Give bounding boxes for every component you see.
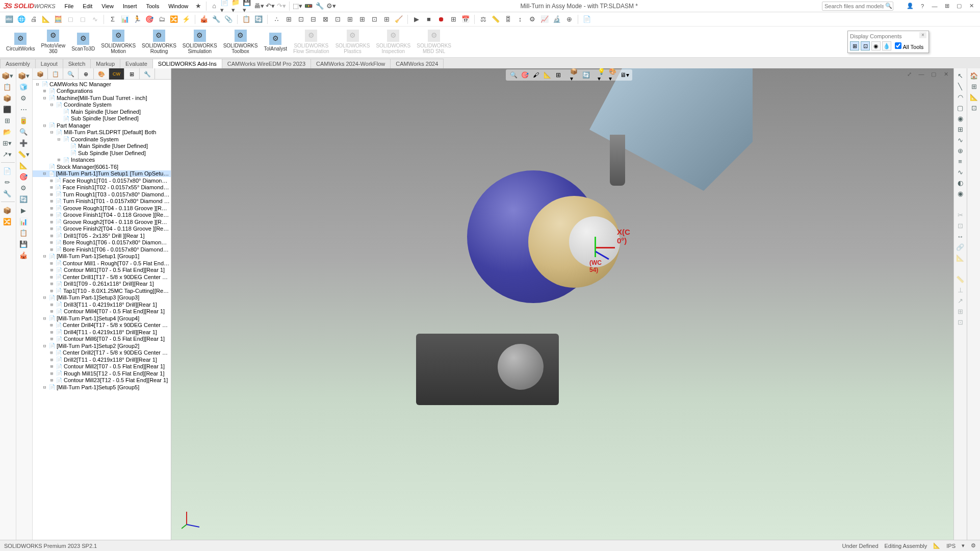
search-input[interactable]: [822, 2, 893, 11]
tool-icon[interactable]: 📎: [223, 14, 234, 24]
tool-icon[interactable]: ⊟: [308, 14, 318, 24]
tool-icon[interactable]: 🔧: [1, 188, 13, 198]
tool-icon[interactable]: ⊕: [564, 14, 574, 24]
tool-icon[interactable]: 🔧: [211, 14, 221, 24]
new-icon[interactable]: 📄▾: [220, 1, 230, 11]
status-icon[interactable]: 📐: [933, 542, 940, 549]
menu-insert[interactable]: Insert: [119, 2, 141, 11]
tree-node[interactable]: ⊞📄Tap1[T10 - 8.0X1.25MC Tap-Cutting][Rea…: [33, 287, 171, 294]
tree-node[interactable]: ⊞📄Center Drill1[T17 - 5/8 x 90DEG Center…: [33, 273, 171, 281]
tool-icon[interactable]: 🌐: [16, 14, 27, 24]
select-icon[interactable]: ⬚▾: [292, 1, 302, 11]
menu-file[interactable]: File: [61, 2, 78, 11]
doc-expand-icon[interactable]: ⤢: [904, 69, 915, 79]
tool-icon[interactable]: ⚖: [478, 14, 488, 24]
flag-icon[interactable]: 🚥: [303, 1, 314, 11]
tool-icon[interactable]: 📐: [955, 253, 966, 263]
menu-view[interactable]: View: [97, 2, 118, 11]
pin-icon[interactable]: ★: [193, 1, 203, 11]
tree-node[interactable]: ⊞📄Face Finish1[T02 - 0.0157x55° Diamond …: [33, 184, 171, 191]
tab-solidworks-add-ins[interactable]: SOLIDWORKS Add-Ins: [152, 59, 222, 68]
tool-icon[interactable]: ∿: [955, 167, 966, 177]
tree-node[interactable]: ⊞📄Groove Finish2[T04 - 0.118 Groove ][Re…: [33, 226, 171, 233]
vp-tool[interactable]: 📐: [543, 70, 552, 80]
tool-icon[interactable]: 🎪: [17, 250, 30, 260]
tool-icon[interactable]: ⊡: [955, 220, 966, 231]
tool-icon[interactable]: ◻: [78, 14, 88, 24]
tool-icon[interactable]: ⚙: [17, 93, 30, 103]
options-icon[interactable]: ⚙▾: [326, 1, 336, 11]
record-icon[interactable]: ⏺: [436, 14, 446, 24]
tool-icon[interactable]: 🔀: [1, 216, 13, 227]
tool-icon[interactable]: ⛬: [271, 14, 281, 24]
vp-tool[interactable]: 💡▾: [598, 70, 607, 80]
tool-icon[interactable]: 📐: [17, 160, 30, 170]
tree-node[interactable]: ⊟📄[Mill-Turn Part-1]Setup5 [Group5]: [33, 384, 171, 391]
tree-node[interactable]: ⊞📄Configurations: [33, 88, 171, 95]
tree-tab[interactable]: CW: [109, 68, 124, 80]
tool-icon[interactable]: 📦▾: [17, 70, 30, 81]
tree-tab[interactable]: 🔍: [63, 68, 79, 80]
tree-node[interactable]: ⊟📄[Mill-Turn Part-1]Setup2 [Group2]: [33, 342, 171, 349]
tree-node[interactable]: ⊞📄Bore Finish1[T06 - 0.0157x80° Diamond …: [33, 246, 171, 253]
ribbon-circuitworks[interactable]: ⚙CircuitWorks: [4, 32, 37, 53]
tool-icon[interactable]: 🔗: [955, 242, 966, 252]
tool-icon[interactable]: ✏: [1, 177, 13, 187]
tool-icon[interactable]: 📐: [968, 92, 980, 102]
tool-icon[interactable]: ⊞: [357, 14, 367, 24]
tab-camworks-2024-workflow[interactable]: CAMWorks 2024-WorkFlow: [311, 59, 391, 68]
tool-icon[interactable]: 📋: [1, 82, 13, 92]
tool-icon[interactable]: 🎛: [503, 14, 513, 24]
home-icon[interactable]: 🏠: [968, 70, 980, 81]
menu-window[interactable]: Window: [164, 2, 192, 11]
arc-icon[interactable]: ◠: [955, 92, 966, 102]
tool-icon[interactable]: 🖨: [29, 14, 39, 24]
tool-icon[interactable]: 🔬: [552, 14, 562, 24]
tool-icon[interactable]: ∿: [955, 135, 966, 145]
tool-icon[interactable]: ⊞: [283, 14, 294, 24]
tree-node[interactable]: ⊞📄Contour Mill23[T12 - 0.5 Flat End][Rea…: [33, 377, 171, 384]
tab-assembly[interactable]: Assembly: [0, 59, 36, 68]
tree-node[interactable]: ⊟📄Coordinate System: [33, 136, 171, 143]
tool-icon[interactable]: ⬛: [1, 104, 13, 114]
tool-icon[interactable]: 📏: [491, 14, 501, 24]
tool-icon[interactable]: 📏▾: [17, 149, 30, 159]
eraser-icon[interactable]: 🧹: [394, 14, 404, 24]
tool-icon[interactable]: ⊞: [968, 81, 980, 91]
tool-icon[interactable]: ✂: [955, 210, 966, 220]
print-icon[interactable]: 🖶▾: [254, 1, 264, 11]
maximize-icon[interactable]: ▢: [953, 2, 965, 11]
tool-icon[interactable]: 🥫: [17, 115, 30, 126]
tool-icon[interactable]: ⊡: [955, 317, 966, 327]
tool-icon[interactable]: 📊: [17, 216, 30, 227]
user-icon[interactable]: 👤: [905, 2, 916, 11]
undo-icon[interactable]: ↶▾: [265, 1, 275, 11]
vp-tool[interactable]: 🖥▾: [620, 70, 629, 80]
ribbon-photoview-360[interactable]: ⚙PhotoView360: [39, 29, 67, 55]
tree-node[interactable]: ⊞📄Drill1[T05 - 2x135° Drill ][Rear 1]: [33, 232, 171, 239]
tree-node[interactable]: ⊞📄Turn Finish1[T01 - 0.0157x80° Diamond …: [33, 198, 171, 205]
tool-icon[interactable]: 💾: [17, 239, 30, 249]
tool-icon[interactable]: 📦: [1, 93, 13, 103]
tool-icon[interactable]: 🎯: [144, 14, 154, 24]
tree-node[interactable]: ⊞📄Bore Rough1[T06 - 0.0157x80° Diamond ]…: [33, 239, 171, 246]
vp-tool[interactable]: 🔄: [581, 70, 590, 80]
tool-icon[interactable]: ⊞: [345, 14, 355, 24]
tool-icon[interactable]: 📈: [539, 14, 550, 24]
tool-icon[interactable]: 🔤: [4, 14, 14, 24]
display-btn[interactable]: ◉: [871, 41, 881, 51]
tool-icon[interactable]: ↕: [515, 14, 525, 24]
tree-tab[interactable]: 📦: [33, 68, 48, 80]
ribbon-solidworks-toolbox[interactable]: ⚙SOLIDWORKSToolbox: [221, 29, 260, 55]
doc-close-icon[interactable]: ✕: [940, 69, 951, 79]
layout-icon[interactable]: ⊞: [941, 2, 952, 11]
tab-evaluate[interactable]: Evaluate: [120, 59, 153, 68]
tool-icon[interactable]: Σ: [108, 14, 118, 24]
status-gear-icon[interactable]: ⚙: [971, 542, 976, 549]
tool-icon[interactable]: ◉: [955, 113, 966, 123]
tree-node[interactable]: ⊟📄[Mill-Turn Part-1]Setup1 [Group1]: [33, 253, 171, 260]
menu-edit[interactable]: Edit: [79, 2, 96, 11]
tool-icon[interactable]: ⚡: [181, 14, 191, 24]
save-icon[interactable]: 💾▾: [243, 1, 253, 11]
search-icon[interactable]: 🔍: [885, 3, 892, 9]
